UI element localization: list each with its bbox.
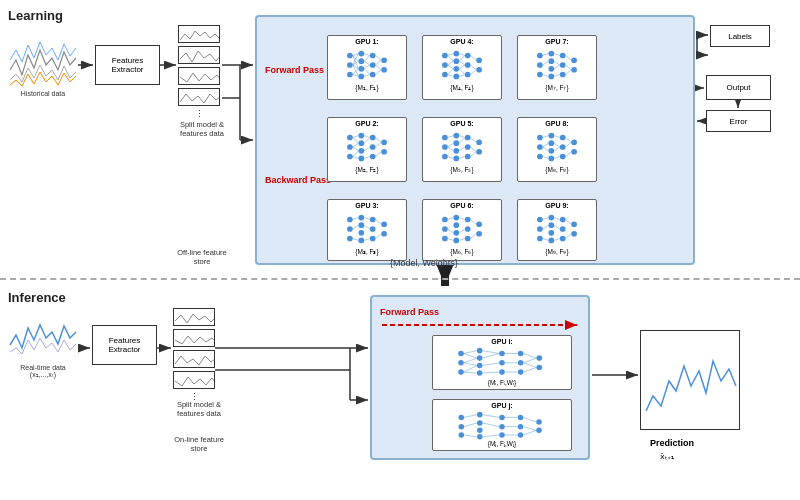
svg-point-139: [453, 156, 459, 162]
svg-point-87: [537, 63, 543, 69]
svg-point-278: [477, 428, 483, 434]
svg-point-247: [477, 371, 483, 377]
svg-point-140: [465, 135, 471, 141]
output-text: Output: [726, 83, 750, 92]
svg-point-229: [571, 222, 577, 228]
svg-line-178: [566, 152, 572, 157]
svg-line-85: [471, 70, 477, 75]
svg-line-293: [483, 435, 500, 437]
svg-point-209: [476, 222, 482, 228]
svg-line-107: [566, 70, 572, 75]
svg-point-241: [458, 351, 464, 357]
svg-point-143: [476, 140, 482, 146]
svg-line-155: [471, 152, 477, 157]
svg-line-130: [376, 138, 382, 143]
svg-point-180: [347, 227, 353, 233]
svg-point-162: [548, 156, 554, 162]
svg-point-230: [571, 231, 577, 237]
svg-line-216: [459, 239, 465, 241]
svg-line-100: [543, 75, 549, 77]
svg-point-208: [465, 236, 471, 242]
svg-line-102: [554, 62, 560, 66]
svg-point-221: [537, 236, 543, 242]
gpu-cell-j: GPU j: {Mⱼ, Fⱼ,Wⱼ}: [432, 399, 572, 451]
svg-point-249: [499, 360, 505, 366]
svg-point-254: [536, 356, 542, 362]
svg-point-220: [537, 227, 543, 233]
feature-item-2: [178, 46, 220, 64]
svg-line-195: [364, 226, 370, 230]
svg-point-31: [358, 51, 364, 57]
svg-line-235: [554, 226, 560, 230]
svg-line-121: [353, 138, 359, 144]
svg-line-211: [448, 218, 454, 220]
svg-point-165: [560, 154, 566, 160]
svg-line-169: [543, 144, 549, 148]
svg-line-51: [364, 62, 370, 66]
svg-line-264: [482, 363, 499, 366]
gpu4-sublabel: {M₄, F₄}: [450, 84, 473, 92]
svg-point-111: [358, 133, 364, 139]
svg-point-135: [442, 154, 448, 160]
svg-line-50: [364, 56, 370, 62]
svg-point-36: [370, 63, 376, 69]
svg-point-144: [476, 149, 482, 155]
svg-point-255: [536, 365, 542, 371]
svg-point-181: [347, 236, 353, 242]
svg-point-161: [548, 148, 554, 154]
svg-point-118: [381, 140, 387, 146]
svg-point-182: [358, 215, 364, 221]
svg-line-175: [554, 157, 560, 159]
gpu8-sublabel: {M₈, F₈}: [545, 166, 568, 174]
gpu4-label: GPU 4:: [450, 38, 473, 46]
split-label-bottom: Split model &features data: [165, 400, 233, 418]
svg-line-231: [543, 218, 549, 220]
split-label-top: Split model &features data: [168, 120, 236, 138]
svg-line-194: [364, 218, 370, 220]
svg-point-38: [381, 58, 387, 64]
svg-point-35: [370, 53, 376, 59]
svg-line-131: [376, 143, 382, 148]
error-box: Error: [706, 110, 771, 132]
svg-point-200: [442, 227, 448, 233]
svg-point-158: [537, 154, 543, 160]
gpu-cell-7: GPU 7: {M₇, F₇}: [517, 35, 597, 100]
gpu-cell-9: GPU 9: {M₉, F₉}: [517, 199, 597, 261]
feature-item-b2: [173, 329, 215, 347]
svg-point-112: [358, 141, 364, 147]
svg-line-77: [459, 54, 465, 56]
svg-point-205: [453, 238, 459, 244]
svg-line-58: [376, 70, 382, 75]
svg-point-113: [358, 148, 364, 154]
svg-point-59: [442, 53, 448, 59]
svg-line-123: [353, 147, 359, 151]
svg-line-145: [448, 136, 454, 138]
svg-point-29: [347, 63, 353, 69]
svg-point-137: [453, 141, 459, 147]
gpu9-label: GPU 9:: [545, 202, 568, 210]
realtime-label: Real-time data(x₁,...,xₜ): [8, 364, 78, 379]
svg-line-168: [543, 136, 549, 138]
svg-point-210: [476, 231, 482, 237]
svg-line-269: [523, 354, 536, 359]
svg-point-136: [453, 133, 459, 139]
svg-point-219: [537, 217, 543, 223]
svg-line-259: [464, 363, 477, 366]
feature-item-4: [178, 88, 220, 106]
svg-line-174: [554, 147, 560, 151]
labels-text: Labels: [728, 32, 752, 41]
svg-point-37: [370, 72, 376, 78]
svg-point-156: [537, 135, 543, 141]
svg-line-236: [554, 239, 560, 241]
gpui-label: GPU i:: [491, 338, 512, 346]
svg-point-250: [499, 370, 505, 376]
svg-point-34: [358, 74, 364, 80]
svg-point-119: [381, 149, 387, 155]
svg-point-279: [477, 434, 483, 440]
svg-line-191: [353, 218, 359, 220]
svg-line-147: [448, 147, 454, 151]
gpu-cell-2: GPU 2: {M₂, F₂}: [327, 117, 407, 182]
svg-line-72: [448, 56, 454, 62]
svg-point-285: [518, 433, 524, 439]
svg-line-120: [353, 136, 359, 138]
